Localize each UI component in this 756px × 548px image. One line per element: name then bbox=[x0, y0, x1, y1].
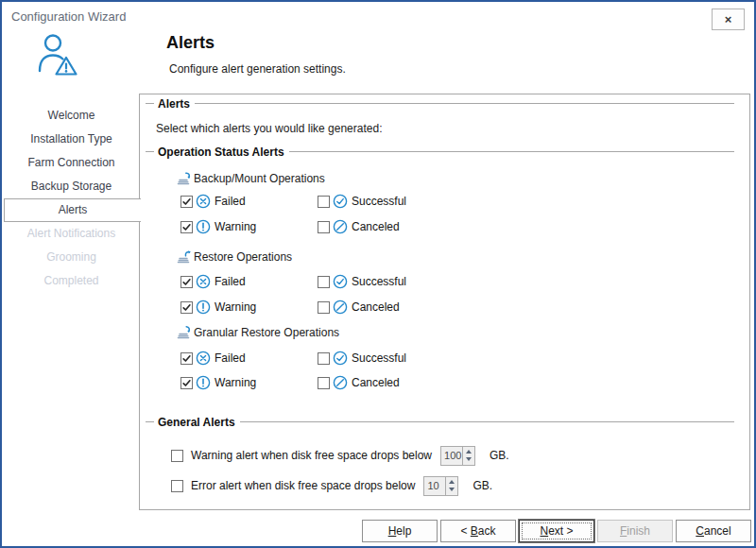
warning-threshold-value[interactable]: 100 bbox=[441, 447, 462, 465]
successful-circle-icon bbox=[333, 351, 348, 366]
option-label: Failed bbox=[214, 275, 246, 288]
checkbox[interactable] bbox=[318, 377, 330, 389]
option-backup-successful[interactable]: Successful bbox=[318, 193, 406, 210]
option-granular-successful[interactable]: Successful bbox=[318, 350, 406, 367]
legend-left-line bbox=[146, 151, 154, 152]
error-threshold-value[interactable]: 10 bbox=[424, 477, 445, 495]
operation-section-title: Restore Operations bbox=[194, 250, 292, 264]
option-label: Canceled bbox=[351, 300, 400, 314]
checkbox[interactable] bbox=[318, 221, 330, 233]
general-alerts-legend: General Alerts bbox=[146, 415, 734, 429]
general-alerts-legend-text: General Alerts bbox=[154, 416, 240, 429]
spinner-arrows[interactable] bbox=[445, 477, 457, 495]
checkbox[interactable] bbox=[318, 276, 330, 288]
user-alert-icon bbox=[34, 30, 79, 79]
sidebar-item-completed[interactable]: Completed bbox=[4, 269, 139, 293]
title-bar[interactable]: Configuration Wizard bbox=[2, 2, 754, 30]
option-granular-warning[interactable]: Warning bbox=[180, 374, 256, 391]
back-button[interactable]: < Back bbox=[440, 520, 516, 542]
option-restore-canceled[interactable]: Canceled bbox=[318, 299, 400, 316]
check-icon bbox=[181, 197, 192, 207]
sidebar-item-farm-connection[interactable]: Farm Connection bbox=[4, 151, 139, 175]
next-button[interactable]: Next > bbox=[519, 520, 594, 542]
alerts-description: Select which alerts you would like gener… bbox=[156, 122, 382, 136]
checkbox[interactable] bbox=[180, 301, 193, 314]
spinner-down-icon[interactable] bbox=[449, 488, 455, 491]
sidebar-item-backup-storage[interactable]: Backup Storage bbox=[4, 175, 139, 198]
error-disk-space-label: Error alert when disk free space drops b… bbox=[191, 479, 415, 492]
option-granular-canceled[interactable]: Canceled bbox=[318, 374, 400, 391]
alerts-group-legend-text: Alerts bbox=[154, 97, 195, 111]
canceled-circle-icon bbox=[333, 219, 348, 234]
canceled-circle-icon bbox=[333, 300, 348, 315]
close-icon: × bbox=[725, 12, 732, 26]
warning-disk-space-label: Warning alert when disk free space drops… bbox=[191, 449, 432, 462]
warning-disk-space-checkbox[interactable] bbox=[171, 450, 183, 462]
check-icon bbox=[181, 302, 192, 313]
unit-label: GB. bbox=[490, 449, 509, 462]
granular-restore-operations-header: Granular Restore Operations bbox=[176, 324, 339, 340]
checkbox[interactable] bbox=[318, 196, 330, 208]
option-backup-failed[interactable]: Failed bbox=[180, 193, 246, 210]
check-icon bbox=[181, 222, 192, 232]
warning-circle-icon bbox=[196, 300, 211, 315]
spinner-up-icon[interactable] bbox=[466, 450, 472, 454]
check-icon bbox=[181, 277, 192, 287]
legend-right-line bbox=[195, 103, 734, 104]
option-backup-canceled[interactable]: Canceled bbox=[318, 218, 400, 235]
checkbox[interactable] bbox=[180, 377, 193, 389]
checkbox[interactable] bbox=[318, 352, 330, 365]
option-label: Warning bbox=[214, 220, 256, 233]
granular-restore-operations-icon bbox=[176, 325, 192, 340]
option-label: Failed bbox=[214, 195, 246, 208]
operation-section-title: Granular Restore Operations bbox=[194, 326, 339, 339]
help-button[interactable]: Help bbox=[362, 520, 438, 542]
sidebar-item-installation-type[interactable]: Installation Type bbox=[4, 128, 139, 151]
error-threshold-spinner[interactable]: 10 bbox=[423, 476, 458, 496]
spinner-up-icon[interactable] bbox=[449, 480, 455, 484]
canceled-circle-icon bbox=[333, 375, 348, 390]
check-icon bbox=[181, 353, 192, 364]
checkbox[interactable] bbox=[318, 301, 330, 314]
warning-threshold-spinner[interactable]: 100 bbox=[440, 446, 475, 466]
window-title: Configuration Wizard bbox=[11, 9, 126, 24]
sidebar-item-alert-notifications[interactable]: Alert Notifications bbox=[4, 222, 139, 246]
sidebar-item-grooming[interactable]: Grooming bbox=[4, 246, 139, 269]
unit-label: GB. bbox=[472, 479, 492, 492]
sidebar-item-alerts[interactable]: Alerts bbox=[4, 198, 141, 222]
option-label: Successful bbox=[351, 195, 406, 208]
option-label: Failed bbox=[214, 351, 246, 365]
option-backup-warning[interactable]: Warning bbox=[180, 218, 256, 235]
backup-mount-operations-header: Backup/Mount Operations bbox=[176, 170, 325, 186]
cancel-button[interactable]: Cancel bbox=[676, 520, 751, 542]
error-disk-space-checkbox[interactable] bbox=[171, 480, 183, 492]
close-button[interactable]: × bbox=[712, 9, 745, 30]
finish-button: Finish bbox=[597, 520, 673, 542]
spinner-down-icon[interactable] bbox=[466, 457, 472, 461]
option-label: Canceled bbox=[351, 220, 400, 233]
warning-circle-icon bbox=[196, 375, 211, 390]
failed-circle-icon bbox=[196, 351, 211, 366]
sidebar-item-welcome[interactable]: Welcome bbox=[4, 104, 139, 128]
checkbox[interactable] bbox=[180, 352, 193, 365]
checkbox[interactable] bbox=[180, 221, 193, 233]
checkbox[interactable] bbox=[180, 196, 193, 208]
check-icon bbox=[181, 378, 192, 388]
legend-right-line bbox=[240, 421, 734, 422]
spinner-arrows[interactable] bbox=[462, 447, 474, 465]
failed-circle-icon bbox=[196, 274, 211, 289]
option-label: Warning bbox=[214, 376, 256, 389]
operation-status-alerts-legend: Operation Status Alerts bbox=[146, 145, 734, 159]
option-granular-failed[interactable]: Failed bbox=[180, 350, 246, 367]
failed-circle-icon bbox=[196, 194, 211, 209]
option-restore-warning[interactable]: Warning bbox=[180, 299, 256, 316]
option-label: Canceled bbox=[351, 376, 400, 389]
operation-section-title: Backup/Mount Operations bbox=[194, 172, 325, 185]
checkbox[interactable] bbox=[180, 276, 193, 288]
option-restore-successful[interactable]: Successful bbox=[318, 273, 406, 290]
option-label: Successful bbox=[351, 351, 406, 365]
alerts-group-legend: Alerts bbox=[146, 96, 734, 111]
option-restore-failed[interactable]: Failed bbox=[180, 273, 246, 290]
option-label: Warning bbox=[214, 300, 256, 314]
legend-left-line bbox=[146, 421, 154, 422]
